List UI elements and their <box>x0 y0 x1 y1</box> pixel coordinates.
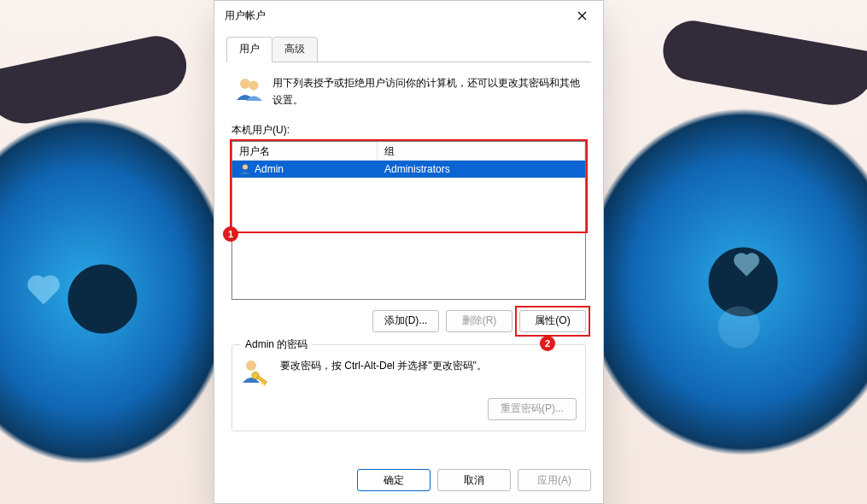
add-button[interactable]: 添加(D)... <box>372 310 439 332</box>
dialog-client: 用户 高级 用下列表授予或拒绝用户访问你的计算机，还可以更改其密码和其他设置。 … <box>214 30 603 459</box>
intro-text: 用下列表授予或拒绝用户访问你的计算机，还可以更改其密码和其他设置。 <box>272 74 583 109</box>
annotation-marker-1: 1 <box>223 226 238 242</box>
titlebar: 用户帐户 <box>214 1 603 30</box>
list-item[interactable]: Admin Administrators <box>232 161 585 178</box>
cancel-button[interactable]: 取消 <box>437 469 511 491</box>
remove-button[interactable]: 删除(R) <box>446 310 513 332</box>
svg-rect-5 <box>257 376 267 384</box>
password-help-text: 要改密码，按 Ctrl-Alt-Del 并选择"更改密码"。 <box>280 357 487 374</box>
column-header-group[interactable]: 组 <box>378 142 585 160</box>
tab-panel-users: 用下列表授予或拒绝用户访问你的计算机，还可以更改其密码和其他设置。 本机用户(U… <box>226 62 591 459</box>
apply-button[interactable]: 应用(A) <box>518 469 591 491</box>
user-accounts-dialog: 用户帐户 用户 高级 用下列表授予或拒绝用户访问你的计算机，还可以更改 <box>214 0 604 504</box>
user-group-cell: Administrators <box>384 163 450 175</box>
close-icon <box>577 11 587 21</box>
tab-advanced[interactable]: 高级 <box>272 37 318 62</box>
user-name-cell: Admin <box>255 163 284 175</box>
password-group-legend: Admin 的密码 <box>241 337 312 352</box>
ok-button[interactable]: 确定 <box>357 469 431 491</box>
intro-row: 用下列表授予或拒绝用户访问你的计算机，还可以更改其密码和其他设置。 <box>230 74 588 118</box>
svg-point-2 <box>243 164 248 169</box>
svg-point-3 <box>246 360 256 371</box>
column-header-username[interactable]: 用户名 <box>232 142 378 160</box>
list-header: 用户名 组 <box>232 142 585 161</box>
svg-point-0 <box>240 79 250 89</box>
reset-password-button[interactable]: 重置密码(P)... <box>488 398 577 420</box>
password-groupbox: Admin 的密码 要改密码，按 Ctrl-A <box>231 344 586 431</box>
desktop-background: 用户帐户 用户 高级 用下列表授予或拒绝用户访问你的计算机，还可以更改 <box>0 0 867 504</box>
dialog-footer: 确定 取消 应用(A) <box>214 459 603 503</box>
tab-strip: 用户 高级 <box>226 37 591 62</box>
users-icon <box>235 74 264 103</box>
users-listview[interactable]: 用户名 组 Admin Administrators <box>231 141 586 300</box>
svg-point-1 <box>249 81 259 91</box>
tab-users[interactable]: 用户 <box>226 37 272 62</box>
annotation-marker-2: 2 <box>540 336 555 351</box>
user-icon <box>239 163 251 175</box>
close-button[interactable] <box>562 3 601 28</box>
local-users-label: 本机用户(U): <box>231 123 588 138</box>
key-user-icon <box>241 357 270 386</box>
window-title: 用户帐户 <box>225 9 562 23</box>
properties-button[interactable]: 属性(O) <box>519 310 586 332</box>
